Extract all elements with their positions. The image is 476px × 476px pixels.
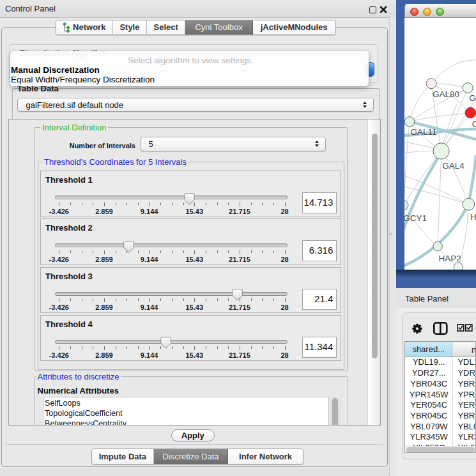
svg-text:GCY1: GCY1	[404, 213, 427, 222]
svg-text:GAL80: GAL80	[433, 89, 459, 98]
svg-text:HX: HX	[470, 212, 476, 222]
svg-text:CY: CY	[472, 119, 476, 129]
svg-text:HAP2: HAP2	[438, 253, 461, 263]
svg-text:GA: GA	[469, 93, 476, 103]
svg-text:GAL11: GAL11	[411, 127, 437, 137]
svg-text:GAL4: GAL4	[442, 160, 464, 170]
